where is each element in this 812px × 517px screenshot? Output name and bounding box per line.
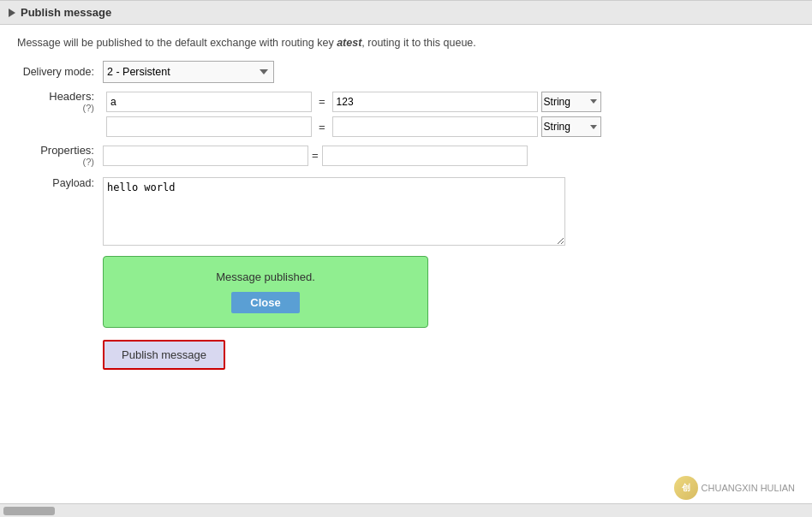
collapse-icon[interactable] [9,9,15,17]
page-wrapper: Publish message Message will be publishe… [0,0,812,517]
publish-message-button[interactable]: Publish message [103,340,225,370]
header-1-value-input[interactable] [332,92,538,112]
watermark-text: CHUANGXIN HULIAN [702,483,795,493]
delivery-mode-label: Delivery mode: [17,66,103,78]
header-1-key-input[interactable] [106,92,312,112]
header-1-type-select[interactable]: String Number Boolean [541,92,601,112]
watermark-icon: 创 [674,476,698,500]
bottom-scrollbar[interactable] [0,503,812,517]
headers-hint: (?) [83,103,94,113]
info-text: Message will be published to the default… [17,37,795,49]
equals-sign-2: = [315,121,329,134]
properties-label: Properties: [40,144,94,157]
prop-value-input[interactable] [322,146,528,166]
properties-hint: (?) [83,157,94,167]
publish-area: 多次点击下面的"Publish message" Publish message [17,340,795,370]
headers-label-group: Headers: (?) [17,90,103,113]
delivery-mode-row: Delivery mode: 1 - Non-persistent 2 - Pe… [17,61,795,83]
watermark: 创 CHUANGXIN HULIAN [674,476,795,500]
payload-row: Payload: hello world [17,177,795,246]
info-suffix: , routing it to this queue. [361,37,475,49]
headers-section: Headers: (?) = String Number Boolean = [17,90,795,137]
publish-button-row: Publish message [103,340,795,370]
close-button[interactable]: Close [231,292,299,313]
section-header: Publish message [0,0,812,25]
equals-sign-1: = [315,95,329,108]
header-2-type-select[interactable]: String Number Boolean [541,116,601,137]
properties-label-group: Properties: (?) [17,144,103,167]
payload-label: Payload: [17,177,103,189]
prop-key-input[interactable] [103,146,308,166]
header-2-value-input[interactable] [332,116,538,137]
section-title: Publish message [21,6,111,19]
payload-textarea[interactable]: hello world [103,177,565,246]
success-notification: Message published. Close [103,256,428,328]
scrollbar-thumb[interactable] [3,507,55,515]
delivery-mode-select[interactable]: 1 - Non-persistent 2 - Persistent 3 - Un… [103,61,274,83]
headers-label: Headers: [49,90,94,103]
headers-row-2: = String Number Boolean [17,116,795,137]
content-area: Message will be published to the default… [0,25,812,387]
success-text: Message published. [121,270,410,283]
info-prefix: Message will be published to the default… [17,37,337,49]
equals-sign-prop: = [308,149,322,162]
routing-key: atest [337,37,361,49]
properties-row: Properties: (?) = [17,144,795,167]
headers-row-1: Headers: (?) = String Number Boolean [17,90,795,113]
header-2-key-input[interactable] [106,116,312,137]
